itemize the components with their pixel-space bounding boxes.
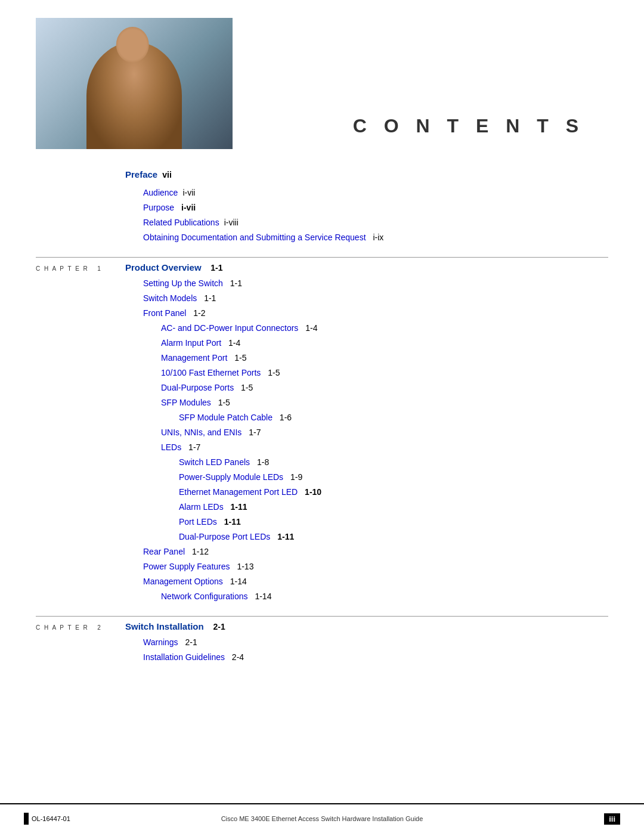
alarm-leds-link[interactable]: Alarm LEDs [179,501,224,513]
preface-page: vii [162,169,172,181]
unis-nnis-enis-page: 1-7 [246,426,261,439]
toc-leds: LEDs 1-7 [161,440,608,455]
switch-models-link[interactable]: Switch Models [143,292,197,305]
chapter-2-content: Warnings 2-1 Installation Guidelines 2-4 [125,635,608,665]
power-supply-features-link[interactable]: Power Supply Features [143,561,230,573]
footer-page: iii [604,813,620,825]
contents-title: C O N T E N T S [353,115,584,137]
management-port-page: 1-5 [232,352,246,364]
chapter-1-page: 1-1 [206,263,223,272]
toc-management-options: Management Options 1-14 [143,574,608,589]
installation-guidelines-link[interactable]: Installation Guidelines [143,651,225,664]
header-image [36,18,233,149]
obtaining-documentation-page: i-ix [371,231,384,244]
alarm-input-port-page: 1-4 [226,337,240,349]
sfp-module-patch-cable-link[interactable]: SFP Module Patch Cable [179,411,273,424]
preface-link[interactable]: Preface [125,168,157,182]
network-configurations-page: 1-14 [253,590,272,603]
toc-dual-purpose-ports: Dual-Purpose Ports 1-5 [161,380,608,395]
port-leds-page: 1-11 [222,516,241,528]
warnings-link[interactable]: Warnings [143,636,178,649]
dual-purpose-port-leds-page: 1-11 [275,531,294,543]
fast-ethernet-ports-page: 1-5 [265,367,280,379]
purpose-link[interactable]: Purpose [143,202,174,214]
switch-models-page: 1-1 [202,292,216,305]
related-publications-page: i-viii [224,216,239,229]
toc-network-configurations: Network Configurations 1-14 [161,589,608,604]
alarm-leds-page: 1-11 [228,501,247,513]
related-publications-link[interactable]: Related Publications [143,216,219,229]
switch-led-panels-page: 1-8 [255,456,269,469]
sfp-module-patch-cable-page: 1-6 [277,411,292,424]
power-supply-module-leds-page: 1-9 [288,471,302,484]
toc-power-supply-module-leds: Power-Supply Module LEDs 1-9 [179,470,608,485]
installation-guidelines-page: 2-4 [230,651,244,664]
chapter-2-label: C H A P T E R 2 [36,624,125,631]
toc-switch-models: Switch Models 1-1 [143,291,608,306]
chapter-2-row: C H A P T E R 2 Switch Installation 2-1 [36,616,608,631]
obtaining-documentation-link[interactable]: Obtaining Documentation and Submitting a… [143,231,366,244]
sfp-modules-link[interactable]: SFP Modules [161,397,211,409]
toc-alarm-leds: Alarm LEDs 1-11 [179,500,608,515]
contents-title-area: C O N T E N T S [233,115,608,149]
dual-purpose-port-leds-link[interactable]: Dual-Purpose Port LEDs [179,531,270,543]
alarm-input-port-link[interactable]: Alarm Input Port [161,337,221,349]
rear-panel-page: 1-12 [190,546,209,558]
dual-purpose-ports-link[interactable]: Dual-Purpose Ports [161,382,234,394]
header-area: C O N T E N T S [0,0,644,149]
purpose-page: i-vii [179,202,196,214]
port-leds-link[interactable]: Port LEDs [179,516,217,528]
chapter-2-link[interactable]: Switch Installation [125,621,204,631]
chapter-1-label: C H A P T E R 1 [36,265,125,272]
content-area: Preface vii Audience i-vii Purpose i-vii… [0,167,644,665]
sfp-modules-page: 1-5 [216,397,230,409]
toc-power-supply-features: Power Supply Features 1-13 [143,559,608,574]
ethernet-mgmt-port-led-page: 1-10 [302,486,321,498]
ac-dc-power-link[interactable]: AC- and DC-Power Input Connectors [161,322,298,335]
leds-page: 1-7 [186,441,200,454]
footer-title: Cisco ME 3400E Ethernet Access Switch Ha… [221,815,423,822]
footer-left: OL-16447-01 [24,813,70,825]
toc-sfp-module-patch-cable: SFP Module Patch Cable 1-6 [179,410,608,425]
power-supply-features-page: 1-13 [235,561,254,573]
page-container: C O N T E N T S Preface vii Audience i-v… [0,0,644,833]
footer-doc-number: OL-16447-01 [32,815,70,822]
ethernet-mgmt-port-led-link[interactable]: Ethernet Management Port LED [179,486,298,498]
unis-nnis-enis-link[interactable]: UNIs, NNIs, and ENIs [161,426,242,439]
chapter-1-link[interactable]: Product Overview [125,262,202,272]
chapter-1-row: C H A P T E R 1 Product Overview 1-1 [36,257,608,272]
front-panel-link[interactable]: Front Panel [143,307,186,320]
rear-panel-link[interactable]: Rear Panel [143,546,185,558]
preface-title-row: Preface vii [125,167,608,183]
ac-dc-power-page: 1-4 [303,322,317,335]
toc-fast-ethernet-ports: 10/100 Fast Ethernet Ports 1-5 [161,366,608,380]
audience-link[interactable]: Audience [143,187,178,199]
network-configurations-link[interactable]: Network Configurations [161,590,248,603]
preface-section: Preface vii Audience i-vii Purpose i-vii… [125,167,608,245]
warnings-page: 2-1 [183,636,197,649]
setting-up-switch-page: 1-1 [228,277,242,290]
chapter-2-page: 2-1 [209,622,225,631]
toc-management-port: Management Port 1-5 [161,351,608,366]
management-port-link[interactable]: Management Port [161,352,227,364]
toc-related-publications: Related Publications i-viii [143,215,608,230]
footer: OL-16447-01 Cisco ME 3400E Ethernet Acce… [0,803,644,833]
toc-alarm-input-port: Alarm Input Port 1-4 [161,336,608,351]
toc-warnings: Warnings 2-1 [143,635,608,650]
leds-link[interactable]: LEDs [161,441,181,454]
chapter-1-content: Setting Up the Switch 1-1 Switch Models … [125,276,608,604]
management-options-link[interactable]: Management Options [143,575,223,588]
power-supply-module-leds-link[interactable]: Power-Supply Module LEDs [179,471,283,484]
management-options-page: 1-14 [228,575,247,588]
toc-unis-nnis-enis: UNIs, NNIs, and ENIs 1-7 [161,425,608,440]
switch-led-panels-link[interactable]: Switch LED Panels [179,456,250,469]
toc-switch-led-panels: Switch LED Panels 1-8 [179,455,608,470]
chapter-1-title-area: Product Overview 1-1 [125,262,223,272]
toc-rear-panel: Rear Panel 1-12 [143,544,608,559]
fast-ethernet-ports-link[interactable]: 10/100 Fast Ethernet Ports [161,367,261,379]
toc-installation-guidelines: Installation Guidelines 2-4 [143,650,608,665]
setting-up-switch-link[interactable]: Setting Up the Switch [143,277,223,290]
audience-page: i-vii [182,187,195,199]
toc-ac-dc-power: AC- and DC-Power Input Connectors 1-4 [161,321,608,336]
toc-audience: Audience i-vii [143,185,608,200]
